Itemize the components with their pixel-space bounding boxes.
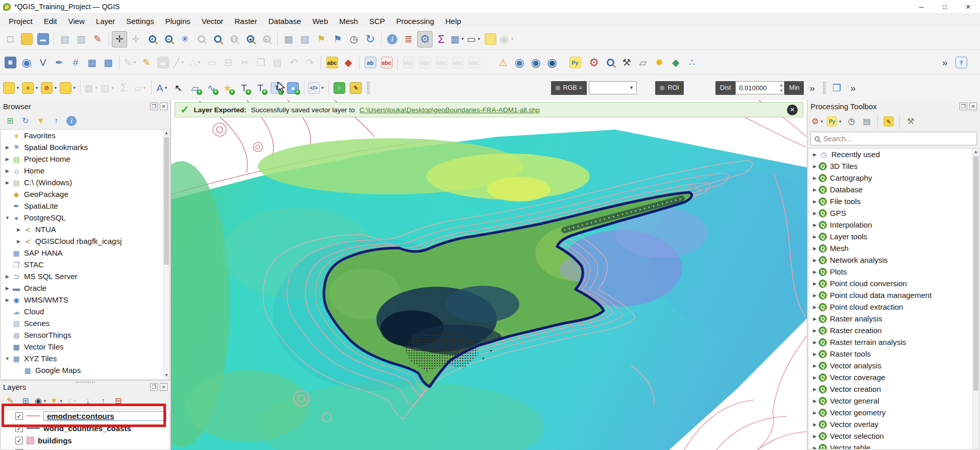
toolbar-grip[interactable] [823, 81, 826, 94]
chevron-down-icon[interactable]: ▼ [197, 60, 201, 65]
menu-mesh[interactable]: Mesh [333, 15, 364, 28]
zoom-in-icon[interactable]: + [145, 31, 160, 47]
new-print-layout-icon[interactable]: ▤ [57, 31, 73, 47]
zoom-out-icon[interactable]: − [161, 31, 176, 47]
pin-labels-icon[interactable]: ab [363, 55, 378, 71]
browser-properties-icon[interactable]: i [65, 114, 78, 128]
web-globe-query-icon[interactable]: ◉ [528, 55, 543, 71]
expander-icon[interactable]: ▶ [811, 211, 819, 216]
browser-item-c-windows[interactable]: ▶▤C:\ (Windows) [1, 177, 170, 188]
processing-group-raster-creation[interactable]: ▶QRaster creation [808, 324, 979, 336]
processing-group-mesh[interactable]: ▶QMesh [808, 242, 979, 254]
expander-icon[interactable]: ▶ [811, 187, 819, 192]
expander-icon[interactable]: ▶ [811, 422, 819, 427]
expander-icon[interactable]: ▶ [811, 340, 819, 345]
show-sum-statistics-icon[interactable]: Σ [434, 31, 449, 47]
processing-group-point-cloud-extraction[interactable]: ▶QPoint cloud extraction [808, 301, 979, 313]
expander-icon[interactable]: ▶ [4, 180, 11, 185]
browser-item-project-home[interactable]: ▶▤Project Home [1, 153, 170, 165]
expander-icon[interactable]: ▶ [811, 176, 819, 181]
processing-group-recently-used[interactable]: ▶◷Recently used [808, 148, 979, 160]
save-project-icon[interactable]: ▬ [35, 31, 51, 47]
browser-item-oracle[interactable]: ▶▬Oracle [1, 282, 170, 294]
create-image-annotation-icon[interactable]: ▲+ [285, 80, 301, 96]
plugin-lightbulb-icon[interactable]: ✹ [652, 55, 667, 71]
menu-settings[interactable]: Settings [121, 15, 159, 28]
browser-item-postgresql[interactable]: ▼●PostgreSQL [1, 212, 170, 223]
create-text-annotation-icon[interactable]: T+ [236, 80, 252, 96]
chevron-down-icon[interactable]: ▼ [111, 86, 115, 90]
close-button[interactable]: ✕ [957, 0, 980, 13]
expander-icon[interactable]: ▶ [4, 168, 11, 173]
add-mesh-layer-icon[interactable]: ✒ [52, 55, 67, 71]
expander-icon[interactable]: ▶ [15, 227, 22, 232]
expander-icon[interactable]: ▶ [811, 246, 819, 251]
chevron-down-icon[interactable]: ▼ [94, 86, 99, 90]
processing-group-gps[interactable]: ▶QGPS [808, 207, 979, 219]
processing-group-network-analysis[interactable]: ▶QNetwork analysis [808, 254, 979, 266]
processing-group-vector-overlay[interactable]: ▶QVector overlay [808, 418, 979, 430]
new-annotation-layer-icon[interactable]: A▼ [155, 80, 170, 96]
chevron-down-icon[interactable]: ▼ [54, 86, 58, 90]
minimize-button[interactable]: ─ [910, 0, 933, 13]
statistical-summary-icon[interactable]: ≣ [401, 31, 416, 47]
expander-icon[interactable]: ▶ [811, 222, 819, 228]
menu-database[interactable]: Database [262, 15, 306, 28]
close-panel-icon[interactable]: ✕ [969, 103, 977, 110]
expander-icon[interactable]: ▶ [811, 234, 819, 239]
add-spatialite-layer-icon[interactable]: ▩ [101, 55, 116, 71]
processing-group-file-tools[interactable]: ▶QFile tools [808, 195, 979, 207]
browser-refresh-icon[interactable]: ↻ [19, 114, 32, 128]
processing-group-vector-creation[interactable]: ▶QVector creation [808, 383, 979, 395]
chevron-down-icon[interactable]: ▼ [59, 399, 63, 404]
map-render[interactable] [171, 100, 807, 450]
toggle-editing-icon[interactable]: ✎ [139, 55, 154, 71]
processing-models-icon[interactable]: ⚙▼ [811, 115, 824, 128]
browser-item-google-maps[interactable]: ▦Google Maps [1, 364, 170, 376]
chevron-down-icon[interactable]: ▼ [820, 119, 824, 124]
browser-item-ms-sql-server[interactable]: ▶⊃MS SQL Server [1, 270, 170, 282]
expander-icon[interactable]: ▶ [811, 352, 819, 357]
processing-group-vector-coverage[interactable]: ▶QVector coverage [808, 371, 979, 383]
browser-item-stac[interactable]: ❐STAC [1, 259, 170, 270]
expander-icon[interactable]: ▶ [811, 434, 819, 439]
expander-icon[interactable]: ▶ [811, 387, 819, 392]
python-console-icon[interactable]: Py [567, 55, 583, 71]
plugin-sparkle-gears-icon[interactable]: ⚙ [586, 55, 602, 71]
identify-features-icon[interactable]: i [385, 31, 400, 47]
float-panel-icon[interactable]: ❐ [150, 383, 158, 391]
map-tips-icon[interactable] [483, 31, 498, 47]
warning-badge-icon[interactable]: ⚠ [495, 55, 511, 71]
zoom-last-icon[interactable]: ◂ [243, 31, 258, 47]
expander-icon[interactable]: ▶ [811, 316, 819, 321]
chevron-down-icon[interactable]: ▼ [838, 119, 842, 124]
processing-group-interpolation[interactable]: ▶QInterpolation [808, 219, 979, 231]
browser-item-xyz-tiles[interactable]: ▼▦XYZ Tiles [1, 353, 170, 364]
new-project-icon[interactable]: □ [3, 31, 18, 47]
notification-close-icon[interactable]: ✕ [787, 105, 798, 115]
processing-group-cartography[interactable]: ▶QCartography [808, 172, 979, 184]
processing-scrollbar[interactable]: ▲ [972, 148, 979, 449]
expander-icon[interactable]: ▶ [811, 410, 819, 415]
menu-help[interactable]: Help [440, 15, 467, 28]
zoom-to-layer-icon[interactable] [210, 31, 225, 47]
plugin-zoom-search-icon[interactable] [603, 55, 618, 71]
browser-item-spatial-bookmarks[interactable]: ▶⚑Spatial Bookmarks [1, 141, 170, 153]
menu-view[interactable]: View [63, 15, 90, 28]
expander-icon[interactable]: ▶ [4, 274, 11, 279]
processing-group-3d-tiles[interactable]: ▶Q3D Tiles [808, 160, 979, 172]
toolbar-extension-icon[interactable]: » [937, 55, 952, 71]
close-panel-icon[interactable]: ✕ [160, 383, 168, 391]
browser-item-home[interactable]: ▶⌂Home [1, 165, 170, 177]
processing-group-layer-tools[interactable]: ▶QLayer tools [808, 231, 979, 242]
expander-icon[interactable]: ▶ [811, 152, 819, 157]
browser-item-qgiscloud-rbagfk-icagsj[interactable]: ▶≺QGISCloud rbagfk_icagsj [1, 235, 170, 247]
expander-icon[interactable]: ▶ [811, 363, 819, 368]
data-source-manager-icon[interactable]: ≣ [3, 55, 18, 71]
zoom-full-extent-icon[interactable]: ✳ [177, 31, 193, 47]
search-input[interactable] [823, 135, 973, 143]
toolbar-grip[interactable] [367, 81, 370, 94]
new-3d-map-view-icon[interactable]: ▧ [297, 31, 313, 47]
processing-group-vector-general[interactable]: ▶QVector general [808, 395, 979, 407]
plugin-wrench-icon[interactable]: ⚒ [619, 55, 634, 71]
